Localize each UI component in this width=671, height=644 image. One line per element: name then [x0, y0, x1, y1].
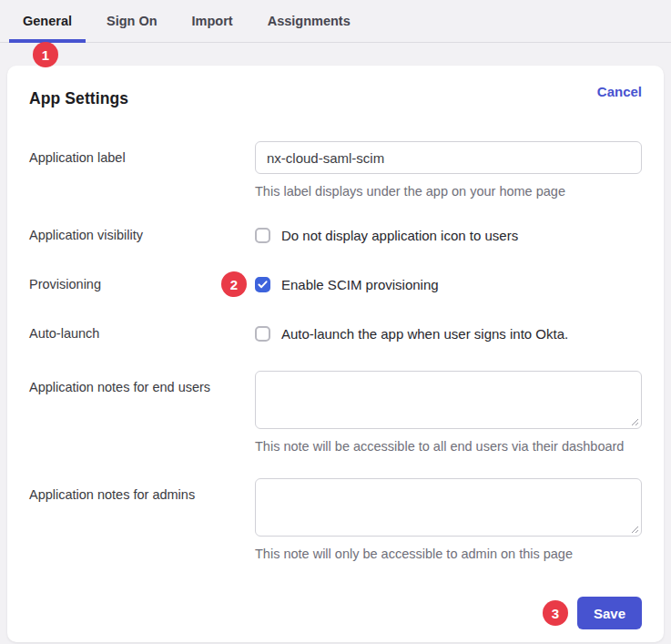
application-label-label: Application label	[29, 141, 255, 166]
provisioning-row: Provisioning 2 Enable SCIM provisioning	[29, 276, 642, 292]
auto-launch-row: Auto-launch Auto-launch the app when use…	[29, 325, 642, 342]
notes-admins-row: Application notes for admins This note w…	[29, 478, 642, 562]
tab-general[interactable]: General	[9, 0, 86, 42]
app-tabs: General Sign On Import Assignments	[0, 0, 671, 43]
panel-header: App Settings Cancel	[29, 89, 642, 108]
tab-assignments[interactable]: Assignments	[254, 0, 364, 42]
enable-scim-checkbox[interactable]	[255, 277, 270, 292]
tab-import[interactable]: Import	[178, 0, 247, 42]
notes-end-users-helper: This note will be accessible to all end …	[255, 439, 642, 455]
tab-sign-on[interactable]: Sign On	[93, 0, 171, 42]
provisioning-control: 2 Enable SCIM provisioning	[255, 276, 642, 292]
check-icon	[258, 281, 268, 289]
auto-launch-control: Auto-launch the app when user signs into…	[255, 325, 642, 342]
step-badge-2: 2	[221, 271, 247, 297]
auto-launch-label: Auto-launch	[29, 325, 255, 342]
panel-footer: 3 Save	[29, 597, 642, 631]
notes-end-users-row: Application notes for end users This not…	[29, 371, 642, 455]
application-visibility-control: Do not display application icon to users	[255, 227, 642, 243]
step-badge-1: 1	[33, 42, 58, 67]
notes-admins-textarea[interactable]	[255, 478, 642, 537]
hide-app-icon-checkbox-label[interactable]: Do not display application icon to users	[281, 228, 518, 243]
enable-scim-checkbox-label[interactable]: Enable SCIM provisioning	[281, 277, 439, 292]
app-settings-panel: App Settings Cancel Application label Th…	[7, 66, 664, 642]
application-label-row: Application label This label displays un…	[29, 141, 642, 199]
application-label-helper: This label displays under the app on you…	[255, 184, 642, 199]
notes-end-users-textarea[interactable]	[255, 371, 642, 429]
notes-admins-label: Application notes for admins	[29, 478, 255, 503]
save-button[interactable]: Save	[577, 597, 642, 629]
hide-app-icon-checkbox[interactable]	[255, 228, 270, 243]
cancel-link[interactable]: Cancel	[597, 84, 642, 99]
auto-launch-checkbox[interactable]	[255, 326, 270, 342]
notes-admins-helper: This note will only be accessible to adm…	[255, 547, 642, 562]
page-title: App Settings	[29, 89, 128, 108]
notes-admins-control: This note will only be accessible to adm…	[255, 478, 642, 562]
application-label-control: This label displays under the app on you…	[255, 141, 642, 199]
application-label-input[interactable]	[255, 141, 642, 174]
auto-launch-checkbox-label[interactable]: Auto-launch the app when user signs into…	[281, 326, 568, 342]
application-visibility-label: Application visibility	[29, 227, 255, 243]
notes-end-users-control: This note will be accessible to all end …	[255, 371, 642, 455]
application-visibility-row: Application visibility Do not display ap…	[29, 227, 642, 243]
step-badge-3: 3	[543, 600, 568, 626]
notes-end-users-label: Application notes for end users	[29, 371, 255, 395]
